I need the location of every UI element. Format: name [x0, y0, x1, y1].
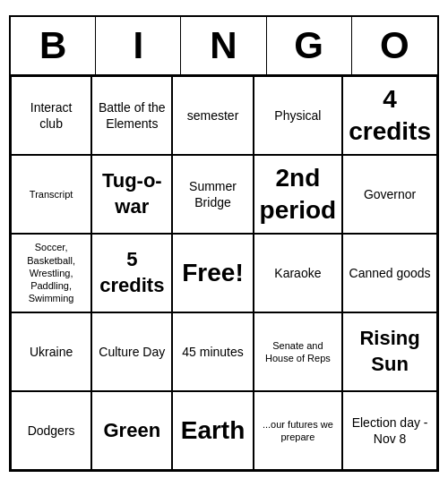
- header-letter: G: [267, 17, 352, 74]
- bingo-cell: Ukraine: [11, 312, 91, 391]
- header-letter: B: [11, 17, 96, 74]
- bingo-card: BINGO Interact clubBattle of the Element…: [9, 15, 439, 472]
- bingo-cell: Battle of the Elements: [91, 76, 172, 155]
- bingo-cell: Dodgers: [11, 391, 91, 470]
- bingo-cell: Karaoke: [254, 234, 343, 312]
- bingo-cell: Free!: [172, 234, 253, 312]
- bingo-cell: Interact club: [11, 76, 91, 155]
- bingo-cell: Earth: [172, 391, 253, 470]
- bingo-cell: 45 minutes: [172, 312, 253, 391]
- bingo-cell: Green: [91, 391, 172, 470]
- bingo-cell: Governor: [342, 155, 437, 234]
- bingo-cell: 4 credits: [342, 76, 437, 155]
- bingo-cell: Senate and House of Reps: [254, 312, 343, 391]
- bingo-cell: Transcript: [11, 155, 91, 234]
- bingo-cell: 2nd period: [254, 155, 343, 234]
- header-letter: N: [181, 17, 266, 74]
- bingo-header: BINGO: [11, 17, 437, 76]
- bingo-cell: Election day - Nov 8: [342, 391, 437, 470]
- bingo-cell: Soccer, Basketball, Wrestling, Paddling,…: [11, 234, 91, 312]
- bingo-cell: Canned goods: [342, 234, 437, 312]
- bingo-cell: 5 credits: [91, 234, 172, 312]
- bingo-grid: Interact clubBattle of the Elementssemes…: [11, 76, 437, 470]
- bingo-cell: Physical: [254, 76, 343, 155]
- bingo-cell: ...our futures we prepare: [254, 391, 343, 470]
- bingo-cell: Rising Sun: [342, 312, 437, 391]
- bingo-cell: Tug-o-war: [91, 155, 172, 234]
- bingo-cell: semester: [172, 76, 253, 155]
- bingo-cell: Summer Bridge: [172, 155, 253, 234]
- header-letter: O: [352, 17, 437, 74]
- header-letter: I: [96, 17, 181, 74]
- bingo-cell: Culture Day: [91, 312, 172, 391]
